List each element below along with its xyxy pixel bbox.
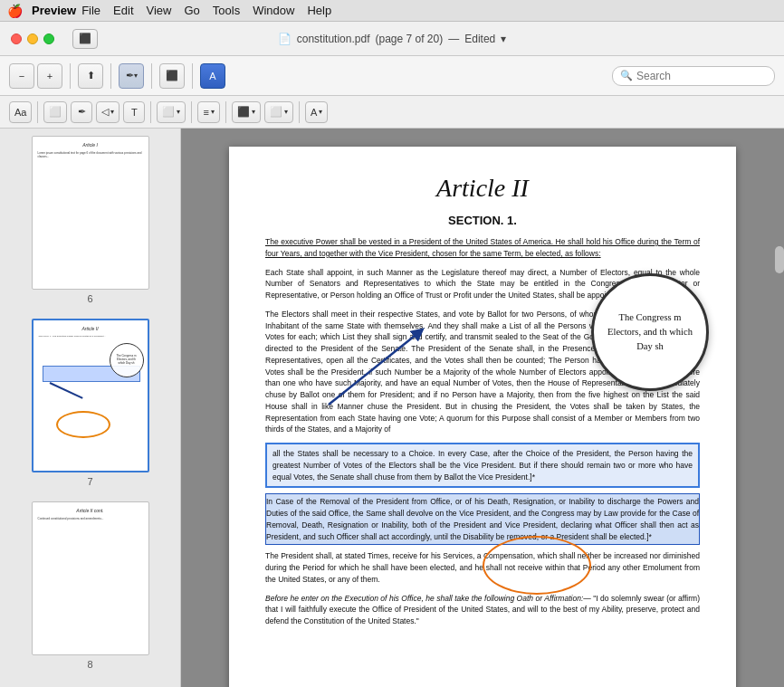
- rect-button[interactable]: ⬜: [43, 101, 67, 123]
- border-icon: ⬜: [162, 106, 175, 118]
- thumb-content-7: Article II SECTION. 1. The executive Pow…: [33, 320, 148, 344]
- thumb-label-6: 6: [87, 293, 92, 304]
- highlighted-paragraph: In Case of the Removal of the President …: [265, 493, 700, 545]
- stroke-button[interactable]: ⬜ ▾: [264, 101, 293, 123]
- boxed-paragraph: all the States shall be necessary to a C…: [265, 443, 700, 488]
- font-button[interactable]: Aa: [9, 101, 32, 123]
- edited-label: Edited: [464, 33, 495, 45]
- thumb-text-7: SECTION. 1. The executive Power shall be…: [39, 335, 142, 339]
- t2-divider-1: [37, 101, 38, 123]
- toolbar-divider-3: [151, 63, 152, 89]
- go-menu[interactable]: Go: [184, 4, 199, 17]
- align-button[interactable]: ≡ ▾: [197, 101, 219, 123]
- main-area: Article I Lorem ipsum constitutional tex…: [0, 129, 784, 687]
- page-thumb-8[interactable]: Article II cont. Continued constitutiona…: [4, 501, 177, 670]
- italic-text: Before he enter on the Execution of his …: [265, 594, 591, 603]
- thumb-text-8: Continued constitutional provisions and …: [38, 517, 143, 520]
- sidebar-toggle-btn[interactable]: ⬛: [72, 29, 98, 49]
- thumb-label-8: 8: [87, 659, 92, 670]
- document-page: Article II SECTION. 1. The executive Pow…: [229, 147, 736, 687]
- t2-divider-4: [225, 101, 226, 123]
- search-box: 🔍: [612, 66, 775, 86]
- toolbar-divider-4: [192, 63, 193, 89]
- thumb-orange-ellipse: [56, 411, 110, 438]
- file-menu[interactable]: File: [81, 4, 100, 17]
- shape-icon: ◁: [101, 106, 109, 118]
- thumb-title-6: Article I: [38, 142, 143, 148]
- fill-caret-icon: ▾: [252, 108, 255, 116]
- pen-caret-icon: ▾: [134, 72, 138, 80]
- pen-icon: ✒: [126, 70, 134, 81]
- thumb-arrow: [49, 382, 82, 399]
- section-heading: SECTION. 1.: [265, 214, 700, 227]
- t2-divider-2: [150, 101, 151, 123]
- font2-button[interactable]: A ▾: [305, 101, 328, 123]
- align-icon: ≡: [203, 107, 208, 118]
- traffic-lights: [11, 33, 54, 44]
- maximize-button[interactable]: [43, 33, 54, 44]
- toolbar-divider-2: [110, 63, 111, 89]
- underlined-text-1: The executive Power shall be vested in a…: [265, 237, 700, 258]
- font2-icon: A: [311, 107, 317, 118]
- search-icon: 🔍: [620, 70, 633, 81]
- sidebar: Article I Lorem ipsum constitutional tex…: [0, 129, 181, 687]
- minimize-button[interactable]: [27, 33, 38, 44]
- toolbar-divider-1: [70, 63, 71, 89]
- filename: constitution.pdf: [297, 33, 370, 45]
- thumb-content-6: Article I Lorem ipsum constitutional tex…: [33, 137, 148, 164]
- page-thumb-6[interactable]: Article I Lorem ipsum constitutional tex…: [4, 136, 177, 304]
- border-button[interactable]: ⬜ ▾: [157, 101, 186, 123]
- window-title: 📄 constitution.pdf (page 7 of 20) — Edit…: [278, 33, 506, 45]
- help-menu[interactable]: Help: [307, 4, 331, 17]
- align-caret-icon: ▾: [211, 108, 215, 116]
- window-menu[interactable]: Window: [253, 4, 294, 17]
- page-thumb-box-8[interactable]: Article II cont. Continued constitutiona…: [32, 501, 149, 655]
- annotate-button[interactable]: A: [200, 63, 225, 89]
- chevron-down-icon[interactable]: ▾: [501, 33, 506, 45]
- search-input[interactable]: [636, 70, 767, 82]
- tools-menu[interactable]: Tools: [213, 4, 240, 17]
- article-title: Article II: [265, 174, 700, 203]
- border-caret-icon: ▾: [177, 108, 180, 116]
- t2-divider-5: [299, 101, 300, 123]
- magnifier-overlay: The Congress m Electors, and th which Da…: [591, 273, 709, 391]
- close-button[interactable]: [11, 33, 22, 44]
- separator: —: [448, 33, 459, 45]
- sidebar-btn[interactable]: ⬛: [159, 63, 185, 89]
- paragraph-4: all the States shall be necessary to a C…: [272, 448, 693, 482]
- thumb-label-7: 7: [87, 476, 92, 487]
- zoom-out-button[interactable]: −: [9, 63, 34, 89]
- font2-caret-icon: ▾: [319, 108, 322, 116]
- titlebar: ⬛ 📄 constitution.pdf (page 7 of 20) — Ed…: [0, 22, 784, 56]
- doc-icon: 📄: [278, 33, 292, 45]
- zoom-in-button[interactable]: +: [37, 63, 62, 89]
- shape-caret-icon: ▾: [110, 108, 114, 116]
- scrollbar-handle[interactable]: [775, 246, 784, 273]
- t2-divider-3: [191, 101, 192, 123]
- share-button[interactable]: ⬆: [78, 63, 103, 89]
- paragraph-7: Before he enter on the Execution of his …: [265, 593, 700, 627]
- paragraph-1: The executive Power shall be vested in a…: [265, 236, 700, 260]
- thumb-content-8: Article II cont. Continued constitutiona…: [33, 502, 148, 526]
- thumb-title-8: Article II cont.: [38, 508, 143, 514]
- stroke-caret-icon: ▾: [284, 108, 288, 116]
- edit-menu[interactable]: Edit: [113, 4, 133, 17]
- shape-button[interactable]: ◁ ▾: [96, 101, 120, 123]
- thumb-text-6: Lorem ipsum constitutional text for page…: [38, 151, 143, 158]
- pen-tool-button[interactable]: ✒ ▾: [119, 63, 144, 89]
- secondary-toolbar: Aa ⬜ ✒ ◁ ▾ T ⬜ ▾ ≡ ▾ ⬛ ▾ ⬜ ▾ A ▾: [0, 96, 784, 129]
- page-thumb-7[interactable]: Article II SECTION. 1. The executive Pow…: [4, 319, 177, 487]
- fill-button[interactable]: ⬛ ▾: [232, 101, 261, 123]
- view-menu[interactable]: View: [147, 4, 172, 17]
- text-button[interactable]: T: [123, 101, 145, 123]
- page-thumb-box-7[interactable]: Article II SECTION. 1. The executive Pow…: [32, 319, 149, 472]
- app-menu[interactable]: Preview: [32, 4, 76, 17]
- thumb-magnifier: The Congress mElectors, and thwhich Day …: [110, 343, 144, 377]
- page-thumb-box-6[interactable]: Article I Lorem ipsum constitutional tex…: [32, 136, 149, 290]
- stroke-icon: ⬜: [270, 106, 282, 118]
- doc-area[interactable]: Article II SECTION. 1. The executive Pow…: [181, 129, 784, 687]
- toolbar: − + ⬆ ✒ ▾ ⬛ A 🔍: [0, 56, 784, 96]
- draw-button[interactable]: ✒: [71, 101, 92, 123]
- apple-menu[interactable]: 🍎: [7, 4, 23, 18]
- paragraph-6: The President shall, at stated Times, re…: [265, 550, 700, 585]
